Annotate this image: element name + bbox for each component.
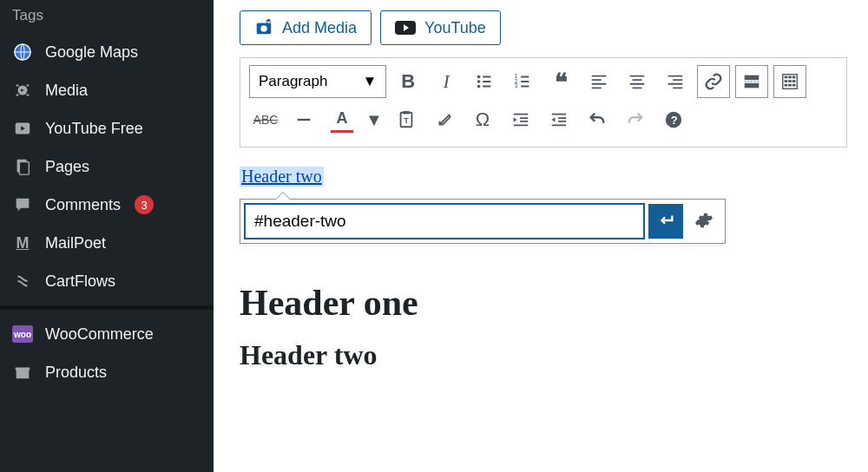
format-dropdown[interactable]: Paragraph ▼ <box>249 65 386 98</box>
youtube-button[interactable]: YouTube <box>380 10 501 45</box>
admin-sidebar: Tags Google Maps Media YouTube Free Page… <box>0 0 214 472</box>
svg-rect-29 <box>792 84 796 87</box>
youtube-label: YouTube <box>424 19 486 37</box>
sidebar-heading: Tags <box>0 0 214 33</box>
outdent-button[interactable] <box>504 103 537 136</box>
svg-rect-28 <box>788 84 792 87</box>
camera-icon <box>254 18 273 37</box>
svg-rect-23 <box>792 76 796 79</box>
mailpoet-icon: M <box>12 233 33 253</box>
globe-icon <box>12 42 33 62</box>
sidebar-item-label: Comments <box>45 196 121 214</box>
paste-text-button[interactable]: T <box>390 103 423 136</box>
sidebar-item-media[interactable]: Media <box>0 71 214 109</box>
add-media-label: Add Media <box>282 19 357 37</box>
svg-rect-26 <box>792 80 796 82</box>
insert-more-button[interactable] <box>735 65 768 98</box>
svg-rect-5 <box>19 162 29 175</box>
sidebar-item-youtube-free[interactable]: YouTube Free <box>0 109 214 148</box>
svg-rect-6 <box>16 369 30 378</box>
link-settings-button[interactable] <box>687 204 721 239</box>
svg-text:?: ? <box>671 114 678 127</box>
selected-link-text[interactable]: Header two <box>240 167 324 187</box>
format-label: Paragraph <box>259 73 327 90</box>
sidebar-item-label: Media <box>45 82 88 100</box>
svg-rect-25 <box>788 80 792 82</box>
svg-point-12 <box>477 75 481 79</box>
content-heading-2[interactable]: Header two <box>240 339 842 371</box>
toolbar-row-2: ABC A ▼ T Ω ? <box>249 103 838 136</box>
sidebar-item-mailpoet[interactable]: M MailPoet <box>0 224 214 262</box>
pages-icon <box>12 156 33 177</box>
youtube-icon <box>395 19 416 36</box>
svg-rect-19 <box>745 83 760 88</box>
media-button-row: Add Media YouTube <box>240 10 868 45</box>
toolbar-row-1: Paragraph ▼ B I 123 ❝ <box>249 65 838 98</box>
svg-point-14 <box>477 85 481 88</box>
sidebar-item-pages[interactable]: Pages <box>0 148 214 186</box>
sidebar-item-products[interactable]: Products <box>0 353 214 391</box>
content-heading-1[interactable]: Header one <box>240 282 842 324</box>
play-icon <box>12 118 33 139</box>
enter-icon <box>656 211 675 233</box>
special-character-button[interactable]: Ω <box>466 103 499 136</box>
align-right-button[interactable] <box>659 65 692 98</box>
svg-text:T: T <box>404 116 409 125</box>
undo-button[interactable] <box>581 103 614 136</box>
sidebar-item-label: YouTube Free <box>45 120 143 138</box>
svg-rect-24 <box>785 80 788 82</box>
editor-content[interactable]: Header two Header one Header two <box>240 148 847 371</box>
clear-formatting-button[interactable] <box>428 103 461 136</box>
toolbar-toggle-button[interactable] <box>773 65 806 98</box>
gear-icon <box>694 211 713 233</box>
products-icon <box>12 362 33 383</box>
svg-rect-18 <box>745 75 760 81</box>
indent-button[interactable] <box>542 103 575 136</box>
sidebar-item-label: MailPoet <box>45 234 106 252</box>
bullet-list-button[interactable] <box>468 65 501 98</box>
insert-link-button[interactable] <box>697 65 730 98</box>
svg-point-9 <box>260 25 266 31</box>
align-left-button[interactable] <box>582 65 615 98</box>
help-button[interactable]: ? <box>657 103 690 136</box>
numbered-list-button[interactable]: 123 <box>506 65 539 98</box>
comments-count-badge: 3 <box>135 195 154 214</box>
svg-rect-27 <box>785 84 788 87</box>
link-edit-popup <box>240 199 726 244</box>
sidebar-item-woocommerce[interactable]: woo WooCommerce <box>0 315 214 353</box>
italic-button[interactable]: I <box>430 65 463 98</box>
strikethrough-button[interactable]: ABC <box>249 103 282 136</box>
chevron-down-icon: ▼ <box>362 73 377 90</box>
horizontal-line-button[interactable] <box>287 103 320 136</box>
align-center-button[interactable] <box>621 65 654 98</box>
blockquote-button[interactable]: ❝ <box>544 65 577 98</box>
comments-icon <box>12 194 33 215</box>
sidebar-item-google-maps[interactable]: Google Maps <box>0 33 214 71</box>
sidebar-item-label: CartFlows <box>45 272 115 291</box>
sidebar-item-label: WooCommerce <box>45 325 154 344</box>
link-url-input[interactable] <box>244 203 645 239</box>
bold-button[interactable]: B <box>391 65 424 98</box>
svg-rect-7 <box>16 368 30 370</box>
media-icon <box>12 80 33 101</box>
apply-link-button[interactable] <box>648 204 683 239</box>
sidebar-item-cartflows[interactable]: CartFlows <box>0 262 214 300</box>
text-color-dropdown[interactable]: ▼ <box>364 103 385 136</box>
editor-main: Add Media YouTube Paragraph ▼ B I 123 ❝ <box>214 0 868 472</box>
cartflows-icon <box>12 271 33 292</box>
add-media-button[interactable]: Add Media <box>240 10 372 45</box>
redo-button[interactable] <box>619 103 652 136</box>
svg-text:3: 3 <box>515 82 518 88</box>
sidebar-separator <box>0 305 214 310</box>
editor-toolbar: Paragraph ▼ B I 123 ❝ ABC A ▼ T Ω <box>240 57 847 148</box>
svg-rect-32 <box>403 111 409 115</box>
svg-point-13 <box>477 80 481 83</box>
svg-rect-21 <box>785 76 788 79</box>
sidebar-item-comments[interactable]: Comments 3 <box>0 186 214 224</box>
sidebar-item-label: Products <box>45 364 107 382</box>
sidebar-item-label: Pages <box>45 158 89 176</box>
sidebar-item-label: Google Maps <box>45 43 138 62</box>
woocommerce-icon: woo <box>12 324 33 344</box>
svg-rect-22 <box>788 76 792 79</box>
text-color-button[interactable]: A <box>326 103 358 136</box>
